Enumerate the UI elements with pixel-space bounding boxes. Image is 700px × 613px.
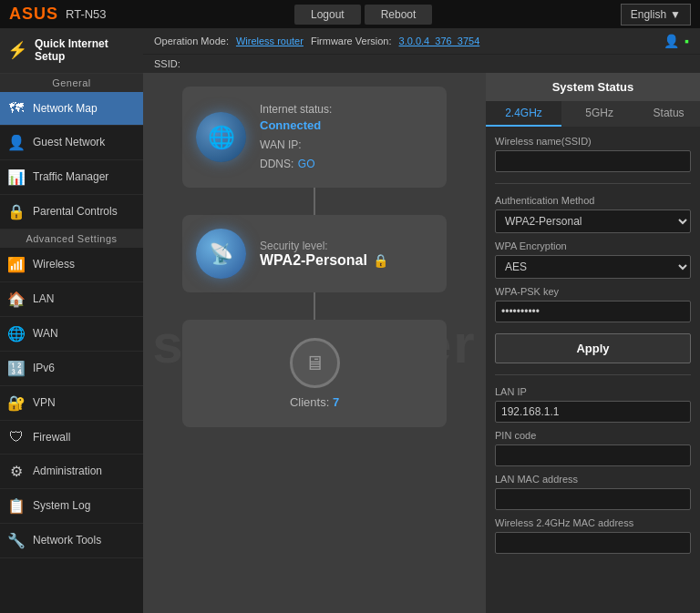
sidebar-label-network-tools: Network Tools [33, 534, 101, 547]
wan-ip-label: WAN IP: [260, 138, 302, 151]
traffic-manager-icon: 📊 [7, 169, 26, 186]
system-status-body: Wireless name(SSID) Authentication Metho… [486, 127, 700, 563]
wpa-encryption-select[interactable]: AES [495, 255, 691, 279]
wpa-psk-label: WPA-PSK key [495, 286, 691, 297]
statusbar: Operation Mode: Wireless router Firmware… [143, 28, 700, 55]
reboot-button[interactable]: Reboot [365, 5, 433, 25]
wan-icon: 🌐 [7, 325, 26, 342]
sidebar-item-firewall[interactable]: 🛡 Firewall [0, 421, 143, 455]
sidebar-label-guest-network: Guest Network [33, 136, 105, 148]
display-icon: ▪ [685, 34, 689, 48]
operation-mode-value[interactable]: Wireless router [236, 36, 304, 46]
clients-count: 7 [333, 395, 339, 409]
chevron-down-icon: ▼ [670, 8, 681, 21]
sidebar: ⚡ Quick InternetSetup General 🗺 Network … [0, 28, 143, 613]
quick-setup-label: Quick InternetSetup [35, 37, 108, 64]
sidebar-item-system-log[interactable]: 📋 System Log [0, 489, 143, 524]
firmware-version[interactable]: 3.0.0.4_376_3754 [399, 36, 480, 46]
sidebar-label-traffic-manager: Traffic Manager [33, 170, 108, 183]
quick-setup-item[interactable]: ⚡ Quick InternetSetup [0, 28, 143, 74]
wireless-name-input[interactable] [495, 150, 691, 172]
router-model: RT-N53 [66, 7, 107, 21]
security-info: Security level: WPA2-Personal 🔒 [260, 240, 388, 269]
sidebar-label-wireless: Wireless [33, 258, 75, 271]
apply-button[interactable]: Apply [495, 333, 691, 363]
parental-controls-icon: 🔒 [7, 203, 26, 220]
sidebar-label-ipv6: IPv6 [33, 362, 55, 374]
ssid-bar: SSID: [143, 55, 700, 73]
wpa-encryption-row: AES [495, 255, 691, 279]
ddns-label: DDNS: [260, 158, 293, 170]
wan-ip-row: WAN IP: [260, 136, 433, 152]
main-layout: ⚡ Quick InternetSetup General 🗺 Network … [0, 28, 700, 613]
sidebar-item-network-map[interactable]: 🗺 Network Map [0, 92, 143, 126]
wpa-psk-input[interactable] [495, 301, 691, 322]
system-status-panel: System Status 2.4GHz 5GHz Status Wireles… [486, 73, 700, 613]
security-level-label: Security level: [260, 240, 388, 252]
ipv6-icon: 🔢 [7, 360, 26, 377]
sidebar-label-wan: WAN [33, 327, 58, 340]
tab-5ghz[interactable]: 5GHz [561, 101, 637, 127]
lan-ip-label: LAN IP [495, 386, 691, 397]
sidebar-label-parental-controls: Parental Controls [33, 205, 118, 218]
tab-status[interactable]: Status [637, 101, 700, 127]
wpa-encryption-group: WPA Encryption AES [495, 240, 691, 279]
security-router-icon: 📡 [196, 229, 246, 279]
tab-2ghz[interactable]: 2.4GHz [486, 101, 561, 127]
network-tools-icon: 🔧 [7, 532, 26, 549]
sidebar-item-administration[interactable]: ⚙ Administration [0, 455, 143, 489]
internet-icon: 🌐 [196, 112, 246, 162]
sidebar-label-administration: Administration [33, 465, 102, 477]
topbar-buttons: Logout Reboot [294, 5, 432, 25]
system-status-title: System Status [486, 73, 700, 101]
sidebar-label-vpn: VPN [33, 396, 56, 409]
wireless-name-label: Wireless name(SSID) [495, 136, 691, 147]
language-selector[interactable]: English ▼ [621, 4, 691, 26]
sidebar-item-parental-controls[interactable]: 🔒 Parental Controls [0, 195, 143, 230]
lan-mac-input[interactable] [495, 488, 691, 510]
auth-method-label: Authentication Method [495, 195, 691, 206]
lan-mac-group: LAN MAC address [495, 474, 691, 510]
clients-icon: 🖥 [290, 338, 340, 388]
pin-code-label: PIN code [495, 430, 691, 441]
wireless-icon: 📶 [7, 256, 26, 273]
content-area: Operation Mode: Wireless router Firmware… [143, 28, 700, 613]
divider-2 [495, 374, 691, 375]
wpa-psk-group: WPA-PSK key [495, 286, 691, 322]
sidebar-item-traffic-manager[interactable]: 📊 Traffic Manager [0, 160, 143, 195]
operation-mode-label: Operation Mode: [154, 36, 229, 46]
quick-setup-icon: ⚡ [7, 40, 27, 60]
pin-code-input[interactable] [495, 444, 691, 466]
sidebar-item-lan[interactable]: 🏠 LAN [0, 282, 143, 317]
wpa-encryption-label: WPA Encryption [495, 240, 691, 251]
lock-icon: 🔒 [373, 253, 388, 268]
connector-2 [314, 292, 315, 320]
ddns-go-link[interactable]: GO [298, 158, 315, 170]
content-body: setuprouter 🌐 Internet status: Connected… [143, 73, 700, 613]
system-log-icon: 📋 [7, 497, 26, 515]
sidebar-item-vpn[interactable]: 🔐 VPN [0, 386, 143, 421]
sidebar-label-firewall: Firewall [33, 431, 70, 444]
sidebar-item-ipv6[interactable]: 🔢 IPv6 [0, 352, 143, 386]
lan-ip-input[interactable] [495, 401, 691, 423]
sidebar-item-wireless[interactable]: 📶 Wireless [0, 248, 143, 282]
wireless-mac-group: Wireless 2.4GHz MAC address [495, 517, 691, 554]
security-level-value: WPA2-Personal 🔒 [260, 252, 388, 269]
internet-status-label: Internet status: [260, 103, 332, 116]
lan-mac-label: LAN MAC address [495, 474, 691, 485]
sidebar-item-guest-network[interactable]: 👤 Guest Network [0, 126, 143, 160]
logout-button[interactable]: Logout [294, 5, 361, 25]
wireless-mac-label: Wireless 2.4GHz MAC address [495, 517, 691, 528]
clients-label: Clients: 7 [290, 395, 339, 409]
sidebar-item-wan[interactable]: 🌐 WAN [0, 317, 143, 352]
internet-status-value: Connected [260, 118, 321, 132]
system-status-tabs: 2.4GHz 5GHz Status [486, 101, 700, 127]
sidebar-item-network-tools[interactable]: 🔧 Network Tools [0, 524, 143, 558]
wireless-mac-input[interactable] [495, 532, 691, 554]
general-section-label: General [0, 74, 143, 92]
internet-status-row: Internet status: Connected [260, 100, 433, 133]
sidebar-label-lan: LAN [33, 292, 54, 305]
language-label: English [631, 8, 666, 21]
network-map: setuprouter 🌐 Internet status: Connected… [143, 73, 486, 613]
auth-method-select[interactable]: WPA2-Personal [495, 209, 691, 233]
